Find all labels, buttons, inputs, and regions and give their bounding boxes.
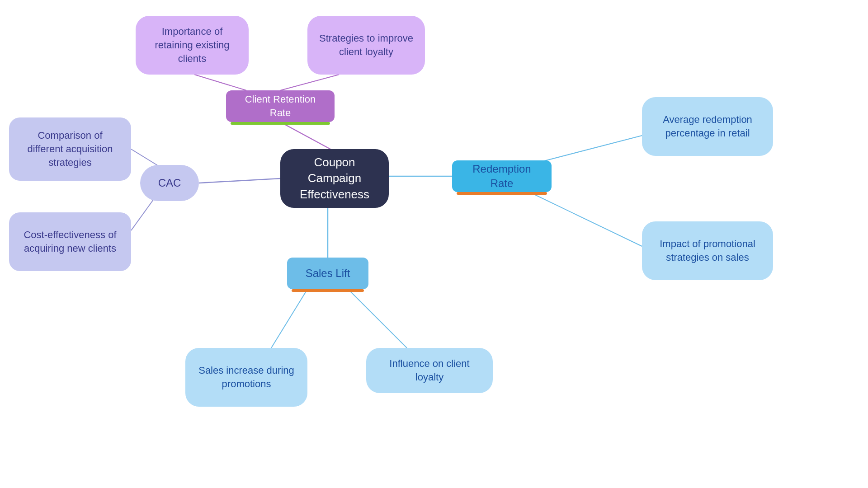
sales-increase-node: Sales increase during promotions [185, 348, 307, 407]
influence-label: Influence on client loyalty [376, 357, 483, 384]
sl-node: Sales Lift [287, 258, 368, 289]
svg-line-3 [199, 178, 280, 183]
importance-node: Importance of retaining existing clients [136, 16, 249, 75]
impact-label: Impact of promotional strategies on sale… [652, 237, 763, 264]
rr-node: Redemption Rate [452, 160, 552, 192]
influence-node: Influence on client loyalty [366, 348, 493, 393]
sl-bar [292, 289, 364, 292]
svg-line-2 [280, 75, 339, 90]
importance-label: Importance of retaining existing clients [146, 25, 239, 65]
cost-label: Cost-effectiveness of acquiring new clie… [19, 228, 121, 255]
strategies-label: Strategies to improve client loyalty [317, 32, 415, 58]
impact-node: Impact of promotional strategies on sale… [642, 221, 773, 280]
svg-line-8 [520, 188, 642, 246]
sl-label: Sales Lift [306, 266, 350, 281]
rr-label: Redemption Rate [460, 162, 543, 191]
crr-label: Client Retention Rate [234, 93, 326, 119]
rr-bar [457, 192, 547, 195]
center-node: Coupon Campaign Effectiveness [280, 149, 389, 208]
svg-line-0 [280, 122, 335, 151]
avg-redemption-node: Average redemption percentage in retail [642, 97, 773, 156]
cac-node: CAC [140, 165, 199, 201]
comparison-label: Comparison of different acquisition stra… [19, 129, 121, 169]
crr-bar [231, 122, 330, 125]
center-label: Coupon Campaign Effectiveness [290, 155, 379, 202]
cac-label: CAC [158, 176, 181, 190]
svg-line-10 [271, 289, 307, 348]
strategies-node: Strategies to improve client loyalty [307, 16, 425, 75]
crr-node: Client Retention Rate [226, 90, 335, 122]
comparison-node: Comparison of different acquisition stra… [9, 117, 131, 181]
cost-node: Cost-effectiveness of acquiring new clie… [9, 212, 131, 271]
svg-line-4 [131, 149, 160, 167]
svg-line-11 [348, 289, 407, 348]
svg-line-1 [194, 75, 246, 90]
avg-redemption-label: Average redemption percentage in retail [652, 113, 763, 140]
sales-increase-label: Sales increase during promotions [195, 364, 297, 390]
